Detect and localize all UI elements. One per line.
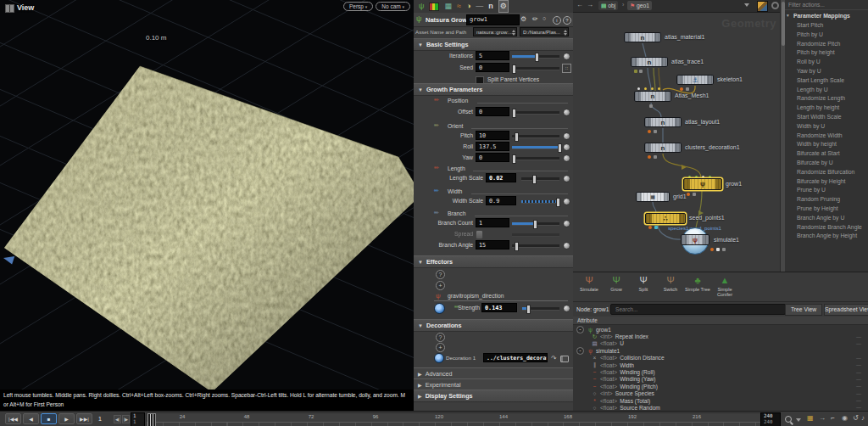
mapping-item[interactable]: Prune by Height (785, 205, 868, 214)
question-circle-icon[interactable]: ? (436, 333, 445, 342)
strength-slider[interactable] (522, 307, 559, 311)
mapping-item[interactable]: Randomize Bifurcation (785, 168, 868, 177)
attribute-row[interactable]: -ψgrow1 (573, 326, 868, 333)
node-name-field[interactable]: grow1 (466, 14, 520, 25)
node-flag-badge[interactable] (634, 70, 637, 73)
tree-view-button[interactable]: Tree View (785, 304, 822, 316)
attribute-row[interactable]: ↻<int>Repeat Index— (573, 333, 868, 339)
node-flag-badge[interactable] (648, 155, 651, 159)
mapping-item[interactable]: Bifurcate by U (785, 159, 868, 168)
mapping-item[interactable]: Pitch by U (785, 31, 868, 40)
branch-angle-slider[interactable] (512, 244, 559, 248)
brush-icon[interactable]: ✏ (532, 15, 538, 23)
mapping-item[interactable]: Roll by U (785, 58, 868, 67)
mapping-item[interactable]: Bifurcate at Start (785, 149, 868, 159)
roll-slider[interactable] (512, 146, 559, 149)
op-path-picker-icon[interactable]: ↷ (551, 355, 557, 362)
mapping-item[interactable]: Width by U (785, 122, 868, 132)
collapse-icon[interactable]: - (576, 347, 584, 355)
node-grow1-selected[interactable]: ψ (683, 178, 722, 190)
section-display-settings[interactable]: ▶Display Settings (414, 390, 573, 402)
info-icon[interactable]: i (553, 16, 561, 25)
node-atlas-layout1[interactable]: n (644, 117, 682, 127)
path-obj-chip[interactable]: ▤ obj (598, 1, 618, 10)
length-scale-value[interactable]: 0.02 (486, 173, 516, 182)
radial-menu-icon[interactable] (771, 2, 779, 9)
attribute-row[interactable]: ○<int>Source Species— (573, 390, 868, 397)
cube-op-icon[interactable]: ▦ (444, 1, 452, 12)
tool-simple-conifer[interactable]: ▲Simple Conifer (711, 274, 738, 301)
node-atlas-trace1[interactable]: n (631, 57, 668, 67)
mapping-item[interactable]: Randomize Length (785, 94, 868, 104)
loop-mode-icon[interactable]: ↺ (853, 414, 859, 422)
play-reverse-button[interactable]: ◀ (23, 413, 39, 424)
tool-switch[interactable]: ΨSwitch (657, 274, 684, 301)
node-simulate1[interactable]: ψ (681, 234, 709, 245)
sphere-op-icon[interactable]: ◑ (466, 1, 470, 12)
node-atlas-material1[interactable]: n (624, 32, 661, 42)
question-circle-icon[interactable]: ? (436, 270, 445, 279)
stop-button[interactable]: ■ (41, 413, 57, 424)
tool-simulate[interactable]: ΨSimulate (576, 274, 603, 301)
filter-actions-input[interactable]: Filter actions... (785, 0, 868, 10)
node-grid1[interactable]: ▦ (636, 192, 670, 202)
strength-value[interactable]: 0.143 (481, 303, 517, 312)
mapping-item[interactable]: Bifurcate by Height (785, 177, 868, 187)
3d-viewport[interactable]: View Persp ▾ No cam ▾ 0.10 m Left mouse … (0, 0, 415, 411)
parm-handle-icon[interactable] (563, 154, 570, 162)
network-editor[interactable]: Geometry ← → ▤ obj › ⚑ geo1 (573, 0, 781, 272)
asset-name-dropdown[interactable]: natsura::grow:... (473, 27, 517, 36)
tool-grow[interactable]: ΨGrow (603, 274, 630, 301)
attribute-search-input[interactable]: Search... (610, 304, 786, 315)
mapping-item[interactable]: Start Pitch (785, 21, 868, 31)
playhead[interactable] (147, 413, 156, 426)
yaw-value[interactable]: 0 (476, 153, 509, 162)
decoration1-path-field[interactable]: ../clusters_decoration1 (483, 353, 548, 362)
section-effectors[interactable]: ▼Effectors (414, 255, 573, 268)
roll-value[interactable]: 137.5 (476, 142, 509, 151)
color-palette-icon[interactable] (757, 1, 768, 12)
parm-handle-icon[interactable] (563, 305, 570, 312)
attribute-row[interactable]: ~<float>Winding (Pitch)— (573, 383, 868, 390)
mapping-item[interactable]: Randomize Pitch (785, 40, 868, 49)
parm-handle-icon[interactable] (563, 175, 570, 182)
parm-handle-icon[interactable] (563, 132, 570, 140)
mapping-item[interactable]: Branch Angle by U (785, 214, 868, 223)
parm-handle-icon[interactable] (563, 109, 570, 116)
node-flag-badge[interactable] (710, 248, 714, 251)
camera-persp-button[interactable]: Persp ▾ (343, 2, 373, 11)
node-flag-badge[interactable] (654, 130, 657, 133)
node-flag-badge[interactable] (693, 193, 696, 196)
node-flag-badge[interactable] (722, 248, 726, 251)
mapping-item[interactable]: Randomize Branch Angle (785, 223, 868, 233)
spreadsheet-view-button[interactable]: Spreadsheet View (824, 304, 868, 316)
iterations-slider[interactable] (512, 55, 559, 59)
decoration-enable-icon[interactable] (434, 353, 444, 363)
node-skeleton1[interactable]: ⚓ (676, 75, 714, 85)
node-input-dot[interactable] (651, 87, 654, 90)
mapping-item[interactable]: Yaw by U (785, 67, 868, 76)
node-flag-badge[interactable] (648, 130, 651, 133)
section-basic-settings[interactable]: ▼Basic Settings (414, 38, 573, 51)
mapping-item[interactable]: Width by height (785, 140, 868, 149)
n-logo-icon[interactable]: n (488, 1, 493, 12)
audio-icon[interactable]: ♪ (861, 414, 865, 422)
range-start-fields[interactable]: 1 1 (131, 412, 145, 426)
step-forward-button[interactable]: |▶ (122, 415, 130, 423)
path-geo1-chip[interactable]: ⚑ geo1 (627, 1, 652, 10)
node-flag-badge[interactable] (716, 248, 720, 251)
mapping-item[interactable]: Randomize Width (785, 132, 868, 141)
length-scale-slider[interactable] (521, 177, 559, 181)
attribute-row[interactable]: *<float>Mass (Total)— (573, 397, 868, 404)
offset-value[interactable]: 0 (476, 107, 509, 116)
node-flag-badge[interactable] (649, 104, 653, 108)
back-arrow-icon[interactable]: ← (576, 1, 583, 8)
node-flag-badge[interactable] (654, 226, 658, 229)
yaw-slider[interactable] (512, 157, 559, 160)
node-clusters-decoration1[interactable]: n (644, 143, 682, 153)
node-atlas-mesh1[interactable]: n (634, 91, 671, 102)
parameter-mappings-header[interactable]: ▾Parameter Mappings (785, 10, 868, 21)
attribute-row[interactable]: ~<float>Winding (Yaw)— (573, 376, 868, 383)
search-icon[interactable]: ○ (542, 15, 546, 21)
mapping-item[interactable]: Start Length Scale (785, 76, 868, 86)
